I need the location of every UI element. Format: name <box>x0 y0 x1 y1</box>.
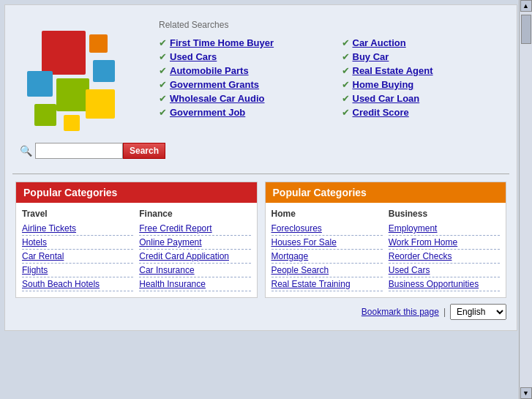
cat-link[interactable]: Health Insurance <box>139 277 250 291</box>
check-icon: ✔ <box>342 79 350 90</box>
list-item: ✔ Wholesale Car Audio <box>159 92 327 105</box>
list-item: ✔ Used Cars <box>159 50 327 64</box>
scroll-up-button[interactable]: ▲ <box>520 0 532 12</box>
category-box-right: Popular Categories Home Foreclosures Hou… <box>265 182 507 298</box>
section-divider <box>12 174 509 174</box>
cat-link[interactable]: Flights <box>22 264 133 277</box>
link-real-estate-agent[interactable]: Real Estate Agent <box>353 65 433 76</box>
list-item: ✔ First Time Home Buyer <box>159 36 327 50</box>
cat-link[interactable]: Car Insurance <box>139 264 250 277</box>
category-box-left: Popular Categories Travel Airline Ticket… <box>15 182 258 298</box>
cat-column-title-business: Business <box>389 209 500 219</box>
check-icon: ✔ <box>159 37 167 48</box>
check-icon: ✔ <box>342 93 350 104</box>
language-select[interactable]: English Español Français Deutsch <box>450 304 506 320</box>
list-item: ✔ Car Auction <box>342 36 510 50</box>
check-icon: ✔ <box>159 79 167 90</box>
links-col2: ✔ Car Auction ✔ Buy Car ✔ Real Estate Ag… <box>342 36 510 119</box>
check-icon: ✔ <box>342 51 350 62</box>
categories-section: Popular Categories Travel Airline Ticket… <box>12 182 509 298</box>
cat-link[interactable]: Business Opportunities <box>389 277 500 291</box>
list-item: ✔ Home Buying <box>342 78 510 92</box>
cat-link[interactable]: People Search <box>271 264 383 277</box>
link-first-time-home-buyer[interactable]: First Time Home Buyer <box>170 37 274 48</box>
cat-column-finance: Finance Free Credit Report Online Paymen… <box>139 209 250 291</box>
related-searches-section: Related Searches ✔ First Time Home Buyer… <box>151 20 509 119</box>
check-icon: ✔ <box>159 107 167 118</box>
check-icon: ✔ <box>159 65 167 76</box>
link-used-car-loan[interactable]: Used Car Loan <box>353 93 420 104</box>
cat-link[interactable]: Online Payment <box>139 236 250 250</box>
category-header-right: Popular Categories <box>266 182 506 203</box>
logo <box>20 20 137 137</box>
check-icon: ✔ <box>342 37 350 48</box>
search-button[interactable]: Search <box>123 143 165 159</box>
cat-column-business: Business Employment Work From Home Reord… <box>389 209 500 291</box>
link-home-buying[interactable]: Home Buying <box>353 79 414 90</box>
check-icon: ✔ <box>159 93 167 104</box>
cat-column-title-travel: Travel <box>22 209 133 219</box>
cat-link[interactable]: Hotels <box>22 236 133 250</box>
cat-column-title-finance: Finance <box>139 209 250 219</box>
category-header-left: Popular Categories <box>16 182 257 203</box>
search-input[interactable] <box>35 143 123 159</box>
list-item: ✔ Automobile Parts <box>159 64 327 78</box>
cat-link[interactable]: Mortgage <box>271 250 383 264</box>
scroll-thumb[interactable] <box>521 15 531 44</box>
bookmark-link[interactable]: Bookmark this page <box>361 307 439 317</box>
list-item: ✔ Buy Car <box>342 50 510 64</box>
link-credit-score[interactable]: Credit Score <box>353 107 409 118</box>
cat-column-travel: Travel Airline Tickets Hotels Car Rental… <box>22 209 133 291</box>
scroll-track[interactable] <box>520 12 532 387</box>
link-car-auction[interactable]: Car Auction <box>353 37 406 48</box>
link-government-grants[interactable]: Government Grants <box>170 79 259 90</box>
cat-link[interactable]: Used Cars <box>389 264 500 277</box>
cat-link[interactable]: Airline Tickets <box>22 222 133 236</box>
list-item: ✔ Credit Score <box>342 105 510 119</box>
cat-link[interactable]: Real Estate Training <box>271 277 383 291</box>
scrollbar: ▲ ▼ <box>519 0 532 399</box>
list-item: ✔ Used Car Loan <box>342 92 510 105</box>
cat-link[interactable]: Houses For Sale <box>271 236 383 250</box>
divider-pipe: | <box>443 307 446 317</box>
links-grid: ✔ First Time Home Buyer ✔ Used Cars ✔ Au… <box>159 36 509 119</box>
scroll-down-button[interactable]: ▼ <box>520 387 532 399</box>
check-icon: ✔ <box>159 51 167 62</box>
cat-link[interactable]: Car Rental <box>22 250 133 264</box>
cat-link[interactable]: Work From Home <box>389 236 500 250</box>
link-buy-car[interactable]: Buy Car <box>353 51 389 62</box>
related-searches-label: Related Searches <box>159 20 509 30</box>
search-bar: 🔍 Search <box>20 143 151 159</box>
list-item: ✔ Real Estate Agent <box>342 64 510 78</box>
cat-column-title-home: Home <box>271 209 383 219</box>
link-used-cars[interactable]: Used Cars <box>170 51 217 62</box>
cat-link[interactable]: Employment <box>389 222 500 236</box>
cat-link[interactable]: Credit Card Application <box>139 250 250 264</box>
link-government-job[interactable]: Government Job <box>170 107 245 118</box>
list-item: ✔ Government Grants <box>159 78 327 92</box>
links-col1: ✔ First Time Home Buyer ✔ Used Cars ✔ Au… <box>159 36 327 119</box>
list-item: ✔ Government Job <box>159 105 327 119</box>
cat-column-home: Home Foreclosures Houses For Sale Mortga… <box>271 209 383 291</box>
cat-link[interactable]: Foreclosures <box>271 222 383 236</box>
search-icon: 🔍 <box>20 145 32 157</box>
cat-link[interactable]: Free Credit Report <box>139 222 250 236</box>
bottom-bar: Bookmark this page | English Español Fra… <box>12 298 509 323</box>
link-wholesale-car-audio[interactable]: Wholesale Car Audio <box>170 93 265 104</box>
cat-link[interactable]: Reorder Checks <box>389 250 500 264</box>
check-icon: ✔ <box>342 65 350 76</box>
cat-link-south-beach-hotels[interactable]: South Beach Hotels <box>22 277 133 291</box>
link-automobile-parts[interactable]: Automobile Parts <box>170 65 249 76</box>
check-icon: ✔ <box>342 107 350 118</box>
